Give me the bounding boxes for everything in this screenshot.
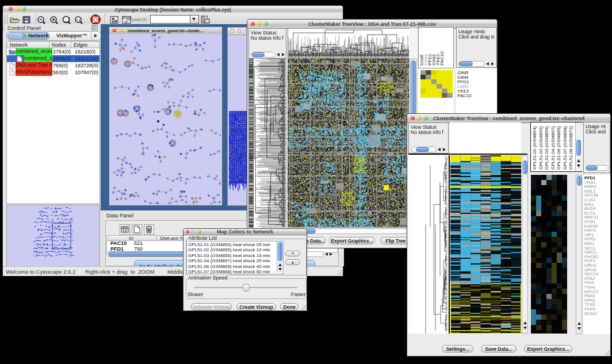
svg-text:GPL51-08 (GSM872): GPL51-08 (GSM872) (568, 126, 573, 170)
svg-text:1:1: 1:1 (76, 18, 81, 22)
svg-text:GPL51-02 (GSM855): GPL51-02 (GSM855) (538, 126, 544, 170)
svg-text:GPL51-03 (GSM856): GPL51-03 (GSM856) (544, 126, 549, 170)
svg-text:PAC10: PAC10 (439, 51, 445, 66)
svg-text:GPL51-01 (GSM854): GPL51-01 (GSM854) (532, 126, 537, 170)
svg-text:GPL51-07 (GSM868): GPL51-07 (GSM868) (563, 126, 568, 170)
svg-text:GPL51-06 (GSM865): GPL51-06 (GSM865) (556, 126, 561, 170)
svg-text:Search:: Search: (130, 17, 148, 22)
svg-text:GPL51-04 (GSM857): GPL51-04 (GSM857) (550, 126, 556, 170)
